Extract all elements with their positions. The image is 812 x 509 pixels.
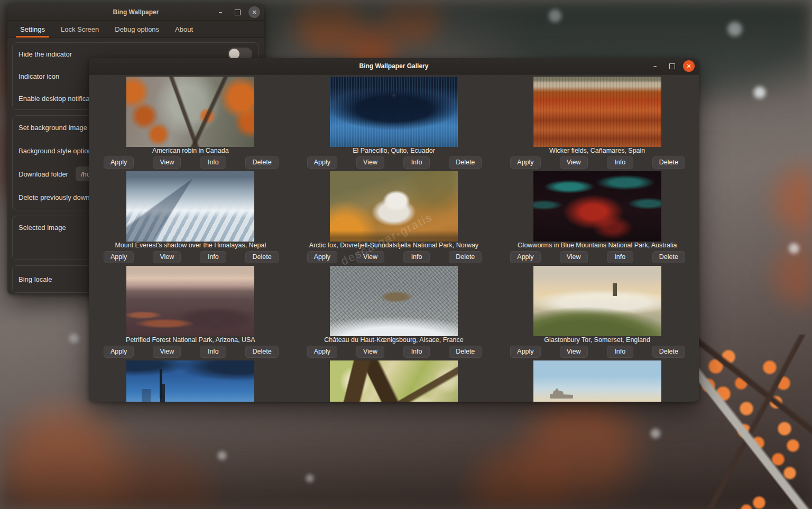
wallpaper-thumbnail[interactable] [533,360,661,402]
setting-label: Hide the indicator [19,50,72,58]
setting-label: Set background image [19,124,87,132]
apply-button[interactable]: Apply [307,156,337,169]
maximize-icon[interactable] [232,6,243,18]
wallpaper-thumbnail[interactable] [126,171,254,242]
settings-tabbar: Settings Lock Screen Debug options About [7,21,264,38]
wallpaper-thumbnail[interactable] [126,266,254,336]
tab-lock-screen[interactable]: Lock Screen [60,21,100,38]
view-button[interactable]: View [356,156,384,169]
info-button[interactable]: Info [403,156,430,169]
settings-window-title: Bing Wallpaper [113,8,159,16]
maximize-icon[interactable] [666,60,678,72]
delete-button[interactable]: Delete [652,251,685,263]
wallpaper-actions: Apply View Info Delete [495,249,699,263]
wallpaper-caption: American robin in Canada [152,147,229,155]
gallery-titlebar[interactable]: Bing Wallpaper Gallery – ✕ [89,58,699,75]
delete-button[interactable]: Delete [449,346,482,358]
gallery-item: Arctic fox, Dovrefjell-Sunndalsfjella Na… [292,171,496,266]
tab-debug-options[interactable]: Debug options [114,21,160,38]
setting-label: Selected image [19,224,66,232]
gallery-item: Château du Haut-Kœnigsbourg, Alsace, Fra… [292,266,496,360]
gallery-window: Bing Wallpaper Gallery – ✕ American robi… [89,58,699,402]
wallpaper-caption: Wicker fields, Cañamares, Spain [549,147,645,155]
apply-button[interactable]: Apply [104,346,134,358]
view-button[interactable]: View [356,251,384,263]
info-button[interactable]: Info [607,346,633,358]
delete-button[interactable]: Delete [652,346,685,358]
delete-button[interactable]: Delete [652,156,685,169]
wallpaper-thumbnail[interactable] [126,360,254,402]
view-button[interactable]: View [560,251,588,263]
gallery-item: Mount Everest's shadow over the Himalaya… [89,171,292,266]
wallpaper-caption: Glowworms in Blue Mountains National Par… [518,242,677,249]
tab-about[interactable]: About [174,21,194,38]
settings-window-controls: – ✕ [215,4,260,20]
settings-titlebar[interactable]: Bing Wallpaper – ✕ [7,4,264,21]
apply-button[interactable]: Apply [307,251,337,263]
gallery-item: Petrified Forest National Park, Arizona,… [89,266,292,360]
wallpaper-actions: Apply View Info Delete [495,344,699,358]
wallpaper-caption: El Panecillo, Quito, Ecuador [353,147,435,155]
delete-button[interactable]: Delete [245,156,278,169]
setting-label: Bing locale [19,275,52,283]
delete-button[interactable]: Delete [449,251,482,263]
wallpaper-actions: Apply View Info Delete [89,344,292,358]
wallpaper-thumbnail[interactable] [330,77,458,147]
view-button[interactable]: View [560,156,588,169]
wallpaper-caption: Petrified Forest National Park, Arizona,… [126,336,255,344]
info-button[interactable]: Info [607,156,633,169]
wallpaper-thumbnail[interactable] [330,360,458,402]
setting-label: Background style option [19,147,92,155]
apply-button[interactable]: Apply [510,251,540,263]
wallpaper-actions: Apply View Info Delete [495,155,699,169]
tab-settings[interactable]: Settings [19,21,46,38]
gallery-window-controls: – ✕ [649,58,695,74]
wallpaper-actions: Apply View Info Delete [89,155,292,169]
wallpaper-thumbnail[interactable] [533,266,661,336]
wallpaper-actions: Apply View Info Delete [292,249,496,263]
view-button[interactable]: View [356,346,384,358]
apply-button[interactable]: Apply [104,251,134,263]
apply-button[interactable]: Apply [510,346,540,358]
gallery-item: El Panecillo, Quito, Ecuador Apply View … [292,77,496,171]
delete-button[interactable]: Delete [449,156,482,169]
wallpaper-caption: Arctic fox, Dovrefjell-Sunndalsfjella Na… [309,242,478,249]
wallpaper-caption: Glastonbury Tor, Somerset, England [544,336,650,344]
view-button[interactable]: View [153,346,181,358]
close-icon[interactable]: ✕ [248,6,260,18]
gallery-item: Apply View Info Delete [89,360,292,402]
gallery-window-title: Bing Wallpaper Gallery [359,62,429,70]
gallery-item: Wicker fields, Cañamares, Spain Apply Vi… [495,77,699,171]
view-button[interactable]: View [560,346,588,358]
wallpaper-caption: Mount Everest's shadow over the Himalaya… [115,242,266,249]
gallery-item: American robin in Canada Apply View Info… [89,77,292,171]
info-button[interactable]: Info [403,251,430,263]
info-button[interactable]: Info [607,251,633,263]
toggle-knob [229,49,239,59]
gallery-item: Glowworms in Blue Mountains National Par… [495,171,699,266]
wallpaper-actions: Apply View Info Delete [292,344,496,358]
info-button[interactable]: Info [200,251,226,263]
view-button[interactable]: View [153,251,181,263]
wallpaper-thumbnail[interactable] [533,171,661,242]
info-button[interactable]: Info [200,346,226,358]
apply-button[interactable]: Apply [307,346,337,358]
apply-button[interactable]: Apply [104,156,134,169]
wallpaper-thumbnail[interactable] [126,77,254,147]
apply-button[interactable]: Apply [510,156,540,169]
delete-button[interactable]: Delete [245,346,278,358]
wallpaper-thumbnail[interactable] [533,77,661,147]
gallery-item: Apply View Info Delete [292,360,496,402]
wallpaper-thumbnail[interactable] [330,266,458,336]
gallery-item: Glastonbury Tor, Somerset, England Apply… [495,266,699,360]
close-icon[interactable]: ✕ [683,60,695,72]
wallpaper-thumbnail[interactable] [330,171,458,242]
gallery-item: Apply View Info Delete [495,360,699,402]
minimize-icon[interactable]: – [649,60,661,72]
minimize-icon[interactable]: – [215,6,226,18]
setting-label: Download folder [19,170,68,178]
info-button[interactable]: Info [403,346,430,358]
delete-button[interactable]: Delete [245,251,278,263]
view-button[interactable]: View [153,156,181,169]
info-button[interactable]: Info [200,156,226,169]
